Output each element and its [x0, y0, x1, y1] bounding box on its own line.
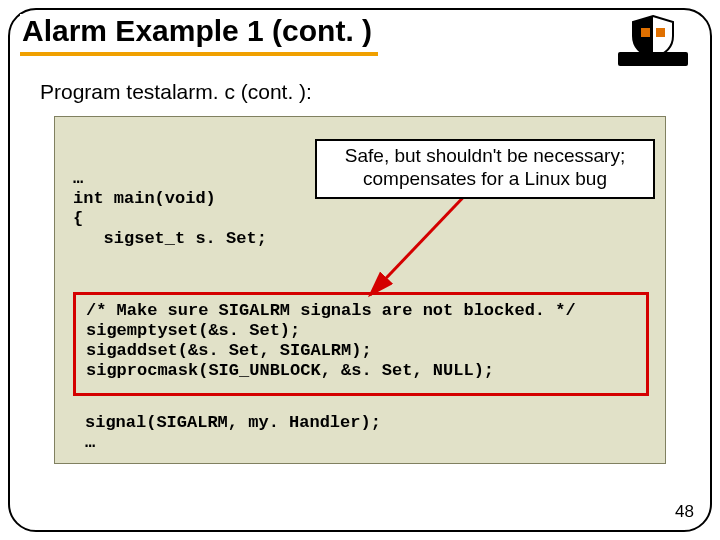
- title-container: Alarm Example 1 (cont. ): [20, 14, 378, 56]
- svg-line-0: [370, 185, 475, 295]
- callout-line1: Safe, but shouldn't be necessary;: [323, 145, 647, 168]
- subtitle: Program testalarm. c (cont. ):: [40, 80, 312, 104]
- code-block: Safe, but shouldn't be necessary; compen…: [54, 116, 666, 464]
- highlight-box: /* Make sure SIGALRM signals are not blo…: [73, 292, 649, 396]
- slide-title: Alarm Example 1 (cont. ): [22, 14, 372, 48]
- code-snippet-bottom: signal(SIGALRM, my. Handler); …: [85, 413, 381, 453]
- callout-box: Safe, but shouldn't be necessary; compen…: [315, 139, 655, 199]
- page-number: 48: [675, 502, 694, 522]
- shield-logo: [618, 14, 688, 66]
- callout-line2: compensates for a Linux bug: [323, 168, 647, 191]
- code-snippet-top: … int main(void) { sigset_t s. Set;: [73, 169, 267, 249]
